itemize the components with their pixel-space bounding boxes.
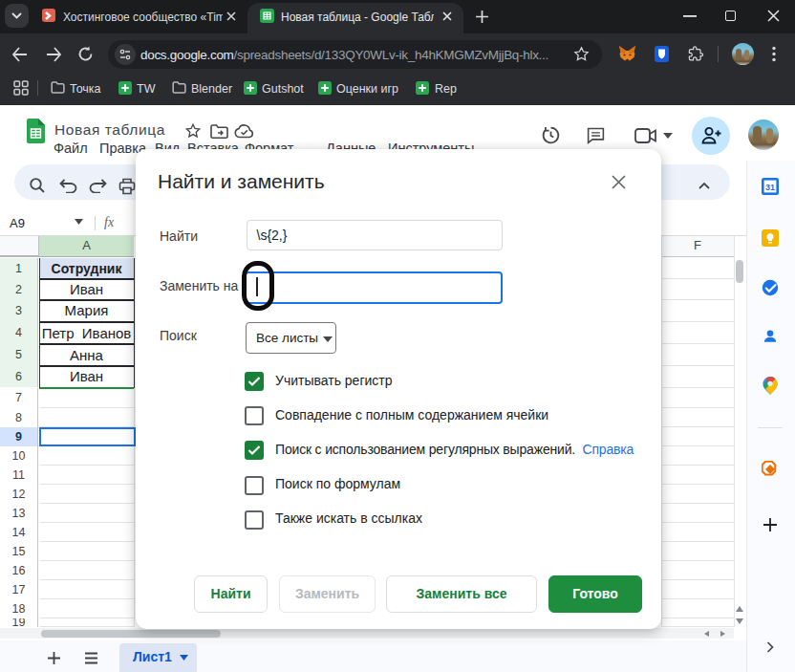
svg-text:31: 31 — [765, 183, 775, 192]
